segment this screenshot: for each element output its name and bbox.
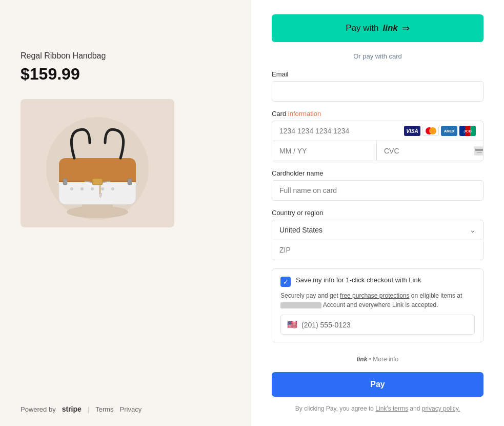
save-desc-1: Securely pay and get: [280, 292, 338, 299]
phone-row: 🇺🇸: [280, 315, 475, 335]
left-panel: Regal Ribbon Handbag $159.99: [0, 0, 251, 426]
terms-prefix: By clicking Pay, you agree to: [295, 405, 374, 412]
privacy-link[interactable]: Privacy: [120, 405, 142, 413]
cardholder-label: Cardholder name: [272, 169, 483, 177]
card-bottom-row: [272, 141, 483, 161]
country-select-wrapper: United States Canada United Kingdom Aust…: [272, 220, 483, 240]
svg-rect-28: [128, 179, 132, 185]
pay-button[interactable]: Pay: [272, 372, 483, 397]
product-name: Regal Ribbon Handbag: [21, 51, 231, 61]
or-pay-with-card-text: Or pay with card: [272, 52, 483, 60]
terms-and: and: [410, 405, 420, 412]
arrow-icon: ⇒: [402, 23, 410, 34]
cardholder-group: Cardholder name: [272, 169, 483, 201]
card-info-wrapper: VISA AMEX JCB: [272, 121, 483, 161]
powered-by-text: Powered by: [21, 405, 56, 413]
svg-rect-22: [92, 179, 103, 185]
country-label: Country or region: [272, 209, 483, 217]
svg-rect-27: [63, 179, 67, 185]
svg-point-18: [111, 187, 114, 190]
zip-input[interactable]: [272, 240, 483, 260]
svg-rect-26: [101, 193, 102, 197]
save-desc-link[interactable]: free purchase protections: [340, 292, 409, 299]
jcb-icon: JCB: [459, 126, 476, 136]
left-footer: Powered by stripe | Terms Privacy: [21, 405, 231, 413]
email-input[interactable]: [272, 81, 483, 102]
more-info-link[interactable]: More info: [373, 356, 398, 363]
links-terms-link[interactable]: Link's terms: [375, 405, 408, 412]
product-image: [21, 99, 174, 227]
card-number-row: VISA AMEX JCB: [272, 121, 483, 141]
chevron-down-icon: ⌄: [470, 226, 476, 234]
cvc-input[interactable]: [384, 141, 474, 161]
right-panel: Pay with link ⇒ Or pay with card Email C…: [251, 0, 504, 426]
card-info-label-highlight: information: [288, 110, 321, 118]
us-flag-icon: 🇺🇸: [287, 320, 297, 330]
save-info-desc: Securely pay and get free purchase prote…: [280, 291, 475, 309]
product-info: Regal Ribbon Handbag $159.99: [21, 51, 231, 227]
pay-with-text: Pay with: [346, 23, 378, 33]
terms-text: By clicking Pay, you agree to Link's ter…: [272, 404, 483, 413]
mastercard-icon: [422, 126, 439, 136]
stripe-logo: stripe: [62, 405, 82, 413]
footer-divider: |: [88, 405, 89, 413]
card-number-input[interactable]: [279, 121, 404, 141]
svg-point-17: [101, 187, 104, 190]
handbag-svg: [23, 102, 172, 225]
svg-point-14: [70, 187, 73, 190]
email-group: Email: [272, 70, 483, 102]
link-footer-dot: •: [369, 356, 371, 363]
svg-rect-23: [99, 185, 101, 194]
save-desc-2: on eligible items at: [411, 292, 462, 299]
country-group: Country or region United States Canada U…: [272, 209, 483, 260]
link-brand-text: link: [382, 23, 397, 33]
save-info-box: ✓ Save my info for 1-click checkout with…: [272, 268, 483, 342]
blurred-account-text: [280, 302, 321, 308]
phone-input[interactable]: [301, 321, 468, 329]
amex-icon: AMEX: [441, 126, 457, 136]
save-desc-3: Account and everywhere Link is accepted.: [323, 301, 438, 308]
checkmark-icon[interactable]: ✓: [280, 277, 291, 287]
cvc-row: [377, 141, 483, 161]
save-info-header: ✓ Save my info for 1-click checkout with…: [280, 276, 475, 287]
cvc-card-icon: [474, 146, 483, 156]
svg-point-15: [80, 187, 84, 190]
svg-point-16: [91, 187, 94, 190]
product-price: $159.99: [21, 65, 231, 84]
svg-rect-25: [100, 193, 100, 198]
link-footer-brand: link: [357, 356, 368, 363]
save-info-title: Save my info for 1-click checkout with L…: [296, 276, 421, 284]
pay-with-link-button[interactable]: Pay with link ⇒: [272, 14, 483, 42]
cardholder-input[interactable]: [272, 180, 483, 201]
expiry-input[interactable]: [272, 141, 377, 161]
terms-link[interactable]: Terms: [95, 405, 113, 413]
card-info-label: Card information: [272, 110, 483, 118]
privacy-policy-link[interactable]: privacy policy.: [422, 405, 460, 412]
card-info-group: Card information VISA AMEX JCB: [272, 110, 483, 161]
card-icons: VISA AMEX JCB: [404, 126, 476, 136]
email-label: Email: [272, 70, 483, 78]
svg-rect-31: [477, 152, 482, 153]
country-select[interactable]: United States Canada United Kingdom Aust…: [279, 220, 470, 240]
svg-rect-24: [99, 193, 99, 197]
visa-icon: VISA: [404, 126, 420, 136]
link-footer: link • More info: [272, 356, 483, 363]
svg-rect-30: [475, 149, 483, 151]
